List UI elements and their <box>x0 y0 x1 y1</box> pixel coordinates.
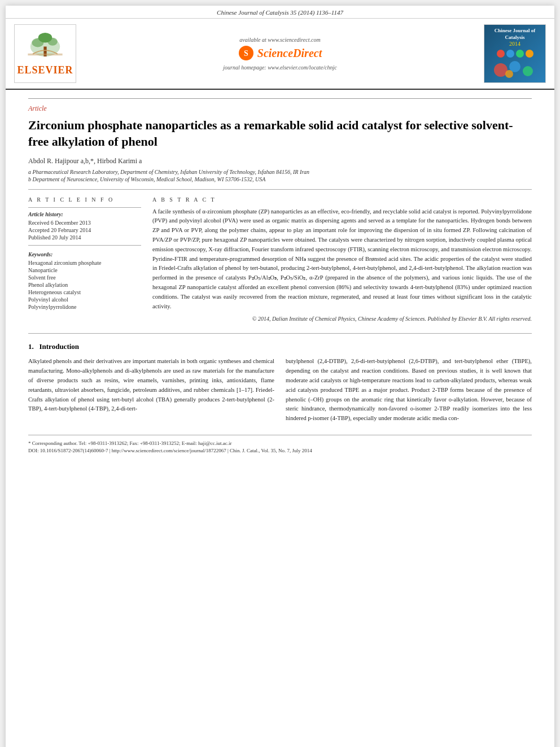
abstract-text: A facile synthesis of α-zirconium phosph… <box>152 207 532 312</box>
intro-left-col: Alkylated phenols and their derivatives … <box>28 357 274 423</box>
accepted-date: Accepted 20 February 2014 <box>28 227 141 233</box>
sd-logo-text: ScienceDirect <box>257 47 322 60</box>
keywords-label: Keywords: <box>28 251 141 257</box>
svg-point-10 <box>523 66 533 76</box>
authors: Abdol R. Hajipour a,b,*, Hirbod Karimi a <box>28 157 532 165</box>
keyword-6: Polyvinyl alcohol <box>28 296 141 303</box>
intro-heading: Introduction <box>40 342 80 351</box>
received-date: Received 6 December 2013 <box>28 220 141 226</box>
svg-point-11 <box>505 70 513 78</box>
footnote-section: * Corresponding author. Tel: +98-0311-39… <box>28 435 532 455</box>
paper-title: Zirconium phosphate nanoparticles as a r… <box>28 117 532 150</box>
main-content: Article Zirconium phosphate nanoparticle… <box>6 90 554 464</box>
journal-homepage: journal homepage: www.elsevier.com/locat… <box>223 64 336 71</box>
keyword-4: Phenol alkylation <box>28 282 141 288</box>
keyword-3: Solvent free <box>28 274 141 281</box>
intro-number: 1. <box>28 342 34 351</box>
keyword-7: Polyvinylpyrrolidone <box>28 304 141 310</box>
affiliation-b: b Department of Neuroscience, University… <box>28 176 532 182</box>
svg-text:S: S <box>244 49 248 58</box>
journal-logo-box: Chinese Journal of Catalysis 2014 <box>484 24 546 83</box>
elsevier-logo: ELSEVIER <box>14 24 76 83</box>
introduction-section: 1. Introduction Alkylated phenols and th… <box>28 333 532 423</box>
doi-note: DOI: 10.1016/S1872-2067(14)60060-7 | htt… <box>28 447 532 455</box>
keyword-5: Heterogeneous catalyst <box>28 289 141 295</box>
author-names: Abdol R. Hajipour a,b,*, Hirbod Karimi a <box>28 157 142 165</box>
svg-rect-5 <box>28 54 62 56</box>
elsevier-text: ELSEVIER <box>17 64 73 76</box>
copyright-text: © 2014, Dalian Institute of Chemical Phy… <box>152 316 532 322</box>
intro-right-text: butylphenol (2,4-DTBP), 2,6-di-tert-buty… <box>286 357 532 423</box>
info-abstract-section: A R T I C L E I N F O Article history: R… <box>28 196 532 322</box>
intro-left-text: Alkylated phenols and their derivatives … <box>28 357 274 414</box>
svg-point-4 <box>38 33 53 43</box>
abstract-col: A B S T R A C T A facile synthesis of α-… <box>152 196 532 322</box>
keyword-2: Nanoparticle <box>28 267 141 273</box>
abstract-header: A B S T R A C T <box>152 196 532 203</box>
intro-right-col: butylphenol (2,4-DTBP), 2,6-di-tert-buty… <box>286 357 532 423</box>
intro-title: 1. Introduction <box>28 342 532 351</box>
journal-header: ELSEVIER available at www.sciencedirect.… <box>6 19 554 90</box>
article-info-header: A R T I C L E I N F O <box>28 196 141 203</box>
keyword-1: Hexagonal zirconium phosphate <box>28 260 141 266</box>
affiliation-a: a Pharmaceutical Research Laboratory, De… <box>28 169 532 175</box>
history-label: Article history: <box>28 211 141 217</box>
published-date: Published 20 July 2014 <box>28 234 141 241</box>
available-text: available at www.sciencedirect.com <box>239 37 320 43</box>
journal-citation: Chinese Journal of Catalysis 35 (2014) 1… <box>6 6 554 19</box>
divider-1 <box>28 189 532 190</box>
sciencedirect-info: available at www.sciencedirect.com S Sci… <box>82 24 478 83</box>
sciencedirect-logo: available at www.sciencedirect.com S Sci… <box>238 37 322 61</box>
corresponding-note: * Corresponding author. Tel: +98-0311-39… <box>28 440 532 448</box>
intro-two-col: Alkylated phenols and their derivatives … <box>28 357 532 423</box>
article-type: Article <box>28 98 532 113</box>
article-info-col: A R T I C L E I N F O Article history: R… <box>28 196 141 322</box>
